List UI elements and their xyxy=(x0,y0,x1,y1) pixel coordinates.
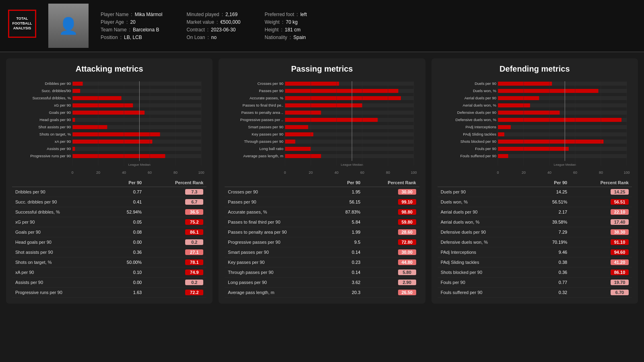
per90-value: 9.46 xyxy=(533,247,570,257)
percent-rank: 22.10 xyxy=(570,207,632,217)
percent-rank: 0.2 xyxy=(145,237,206,247)
defending-title: Defending metrics xyxy=(438,64,632,74)
per90-value: 87.83% xyxy=(329,207,363,217)
position-label: Position xyxy=(101,35,118,40)
metric-name: Aerial duels won, % xyxy=(438,217,533,227)
name-label: Player Name xyxy=(101,12,128,17)
table-row: Key passes per 90 0.23 44.80 xyxy=(225,257,419,267)
per90-value: 50.00% xyxy=(107,257,145,267)
team-label: Team Name xyxy=(101,27,127,33)
metric-name: Defensive duels per 90 xyxy=(438,227,533,237)
metric-name: Accurate passes, % xyxy=(225,207,329,217)
attacking-table: Per 90 Percent Rank Dribbles per 90 0.77… xyxy=(12,179,206,298)
table-row: Goals per 90 0.08 86.1 xyxy=(12,227,206,237)
metric-name: Progressive passes per 90 xyxy=(225,237,329,247)
svg-rect-120 xyxy=(498,140,603,144)
data-table: Per 90 Percent Rank Duels per 90 14.25 1… xyxy=(438,179,632,298)
table-row: Aerial duels per 90 2.17 22.10 xyxy=(438,207,632,217)
attacking-chart: Dribbles per 90Succ. dribbles/90Successf… xyxy=(12,80,206,175)
percent-rank: 56.51 xyxy=(570,197,632,207)
metric-name: xG per 90 xyxy=(12,217,107,227)
svg-text:20: 20 xyxy=(522,171,526,175)
info-row-market: Market value : €500,000 xyxy=(186,19,240,25)
table-row: Smart passes per 90 0.14 30.00 xyxy=(225,247,419,257)
per90-value: 9.5 xyxy=(329,237,363,247)
percent-rank: 36.5 xyxy=(145,207,206,217)
percent-rank: 44.80 xyxy=(363,257,419,267)
info-col-1: Player Name : Mika Mármol Player Age : 2… xyxy=(101,12,162,40)
svg-rect-126 xyxy=(498,154,508,158)
svg-text:xG per 90: xG per 90 xyxy=(54,103,71,107)
svg-text:Accurate passes, %: Accurate passes, % xyxy=(250,96,284,100)
table-row: Passes to final third per 90 5.84 59.80 xyxy=(225,217,419,227)
passing-chart: Crosses per 90Passes per 90Accurate pass… xyxy=(225,80,419,175)
per90-value: 0.10 xyxy=(107,267,145,278)
table-row: Passes per 90 56.15 99.10 xyxy=(225,197,419,207)
metric-name: Passes to final third per 90 xyxy=(225,217,329,227)
svg-text:60: 60 xyxy=(573,171,577,175)
info-row-position: Position : LB, LCB xyxy=(101,35,162,40)
svg-text:0: 0 xyxy=(497,171,499,175)
info-col-2: Minuted played : 2,169 Market value : €5… xyxy=(186,12,240,40)
table-row: Average pass length, m 20.3 26.50 xyxy=(225,288,419,298)
info-row-nationality: Nationality : Spain xyxy=(264,35,307,40)
svg-rect-105 xyxy=(498,103,530,107)
svg-rect-55 xyxy=(285,96,401,100)
svg-text:Defensive duels per 90: Defensive duels per 90 xyxy=(457,110,496,115)
table-row: Dribbles per 90 0.77 7.3 xyxy=(12,187,206,197)
player-photo: 👤 xyxy=(48,4,89,48)
svg-text:0: 0 xyxy=(284,171,286,175)
metric-name: xA per 90 xyxy=(12,267,107,278)
svg-rect-23 xyxy=(72,132,160,136)
metric-name: Long passes per 90 xyxy=(225,278,329,288)
svg-rect-64 xyxy=(285,118,378,122)
metric-name: Duels won, % xyxy=(438,197,533,207)
percent-rank: 30.00 xyxy=(363,187,419,197)
svg-text:100: 100 xyxy=(623,171,630,175)
per90-value: 0.08 xyxy=(107,227,145,237)
loan-value: no xyxy=(211,35,217,40)
svg-text:Duels per 90: Duels per 90 xyxy=(475,81,496,86)
percent-rank: 98.80 xyxy=(363,207,419,217)
svg-text:60: 60 xyxy=(148,171,152,175)
svg-text:Successful dribbles, %: Successful dribbles, % xyxy=(32,96,71,100)
table-row: Aerial duels won, % 39.58% 17.40 xyxy=(438,217,632,227)
svg-text:Aerial duels per 90: Aerial duels per 90 xyxy=(464,96,496,100)
percent-rank: 2.90 xyxy=(363,278,419,288)
table-row: Long passes per 90 3.62 2.90 xyxy=(225,278,419,288)
percent-rank: 91.10 xyxy=(570,237,632,247)
percent-rank: 94.60 xyxy=(570,247,632,257)
svg-text:Head goals per 90: Head goals per 90 xyxy=(39,117,71,122)
per90-value: 1.99 xyxy=(329,227,363,237)
weight-label: Weight xyxy=(264,19,279,25)
svg-rect-16 xyxy=(72,118,201,122)
svg-text:60: 60 xyxy=(360,171,364,175)
metric-name: Fouls per 90 xyxy=(438,278,533,288)
percent-rank: 99.10 xyxy=(363,197,419,207)
per90-value: 39.58% xyxy=(533,217,570,227)
svg-rect-99 xyxy=(498,89,599,93)
metric-name: Shot assists per 90 xyxy=(12,247,107,257)
per90-value: 0.00 xyxy=(107,278,145,288)
weight-value: 70 kg xyxy=(286,19,297,25)
svg-text:Fouls per 90: Fouls per 90 xyxy=(475,146,496,151)
metric-name: Goals per 90 xyxy=(12,227,107,237)
svg-rect-1 xyxy=(72,82,201,86)
age-label: Player Age xyxy=(101,19,124,25)
svg-rect-26 xyxy=(72,140,152,144)
table-row: Shot assists per 90 0.36 27.1 xyxy=(12,247,206,257)
svg-text:0: 0 xyxy=(71,171,73,175)
table-row: xA per 90 0.10 74.9 xyxy=(12,267,206,278)
metric-name: Average pass length, m xyxy=(225,288,329,298)
svg-rect-8 xyxy=(72,96,122,100)
percent-rank: 74.9 xyxy=(145,267,206,278)
svg-rect-76 xyxy=(285,147,311,151)
svg-text:Passes per 90: Passes per 90 xyxy=(259,88,284,93)
table-row: Head goals per 90 0.00 0.2 xyxy=(12,237,206,247)
percent-rank: 6.70 xyxy=(570,288,632,298)
logo-inner: TOTAL FOOTBALL ANALYSIS xyxy=(8,10,36,38)
table-row: Passes to penalty area per 90 1.99 28.60 xyxy=(225,227,419,237)
svg-text:Defensive duels won, %: Defensive duels won, % xyxy=(455,117,496,122)
player-photo-avatar: 👤 xyxy=(48,4,89,48)
svg-text:Shots on target, %: Shots on target, % xyxy=(39,132,71,136)
